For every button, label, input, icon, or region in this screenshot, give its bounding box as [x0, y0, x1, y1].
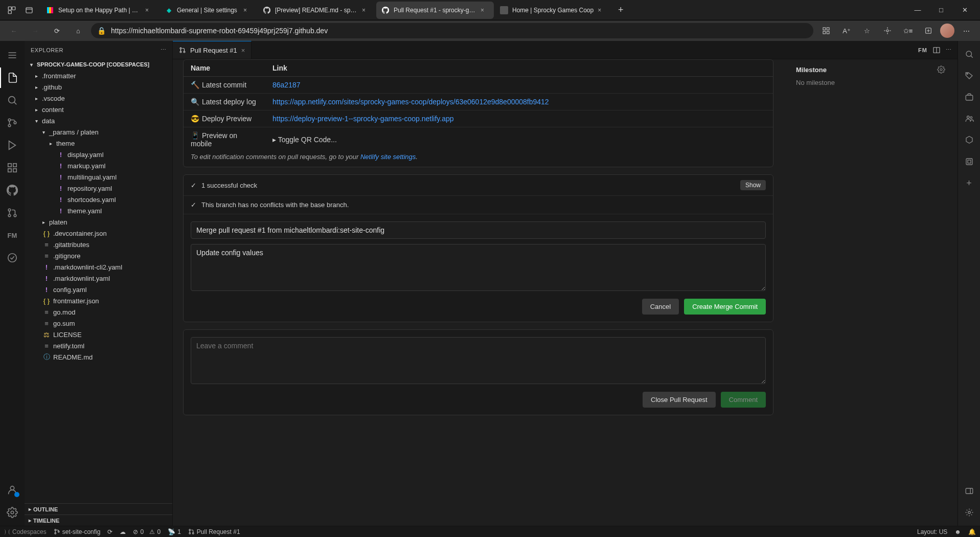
- plus-side-icon[interactable]: +: [958, 174, 981, 192]
- new-tab-button[interactable]: +: [612, 2, 629, 19]
- tree-item[interactable]: ≡.gitignore: [25, 250, 172, 261]
- home-button[interactable]: ⌂: [70, 22, 87, 39]
- sb-branch[interactable]: set-site-config: [54, 528, 101, 535]
- sb-codespaces[interactable]: ⟯⟮Codespaces: [4, 528, 47, 535]
- tree-item[interactable]: !markup.yaml: [25, 160, 172, 171]
- sb-bell-icon[interactable]: 🔔: [968, 528, 976, 535]
- close-icon[interactable]: ×: [481, 7, 489, 14]
- panel-side-icon[interactable]: [958, 482, 981, 500]
- split-editor-icon[interactable]: [932, 46, 941, 54]
- sb-cloud[interactable]: ☁: [120, 528, 126, 535]
- tree-item[interactable]: !display.yaml: [25, 149, 172, 160]
- create-merge-button[interactable]: Create Merge Commit: [684, 299, 766, 315]
- tree-item[interactable]: ⓘREADME.md: [25, 351, 172, 363]
- accounts-icon[interactable]: [0, 480, 25, 500]
- url-field[interactable]: 🔒 https://michaeltlombardi-supreme-robot…: [91, 23, 813, 38]
- tree-item[interactable]: ▸.vscode: [25, 93, 172, 104]
- row-link[interactable]: 86a2187: [272, 81, 301, 89]
- tree-item[interactable]: !shortcodes.yaml: [25, 194, 172, 205]
- tree-item[interactable]: ▸.github: [25, 81, 172, 93]
- tab-actions-icon[interactable]: [20, 2, 38, 19]
- fm-action-icon[interactable]: FM: [918, 47, 927, 53]
- extensions-activity-icon[interactable]: [0, 158, 25, 178]
- merge-title-input[interactable]: [191, 221, 766, 239]
- close-window-icon[interactable]: ✕: [958, 6, 972, 14]
- reading-icon[interactable]: A⁺: [838, 22, 855, 39]
- close-icon[interactable]: ×: [243, 7, 252, 14]
- tab-pull-request[interactable]: Pull Request #1 - sprocky-games ×: [376, 2, 494, 19]
- tree-item[interactable]: !config.yaml: [25, 284, 172, 295]
- tree-item[interactable]: !multilingual.yaml: [25, 171, 172, 183]
- outline-section[interactable]: ▸OUTLINE: [25, 503, 172, 514]
- briefcase-side-icon[interactable]: [958, 88, 981, 106]
- explorer-icon[interactable]: [0, 68, 25, 88]
- row-link[interactable]: https://app.netlify.com/sites/sprocky-ga…: [272, 98, 549, 106]
- comment-button[interactable]: Comment: [721, 392, 766, 408]
- sb-problems[interactable]: ⊘0 ⚠0: [133, 528, 161, 535]
- close-icon[interactable]: ×: [145, 7, 153, 14]
- cancel-button[interactable]: Cancel: [642, 299, 679, 315]
- tree-item[interactable]: ▸content: [25, 104, 172, 115]
- tree-item[interactable]: ≡netlify.toml: [25, 340, 172, 351]
- sb-sync[interactable]: ⟳: [107, 528, 112, 535]
- sb-ports[interactable]: 📡1: [168, 528, 181, 535]
- back-button[interactable]: ←: [5, 22, 22, 39]
- close-icon[interactable]: ×: [362, 7, 370, 14]
- tree-root[interactable]: ▾ SPROCKY-GAMES-COOP [CODESPACES]: [25, 59, 172, 70]
- show-button[interactable]: Show: [740, 180, 766, 190]
- profile-avatar[interactable]: [940, 24, 954, 38]
- tree-item[interactable]: ▸theme: [25, 138, 172, 149]
- tab-netlify[interactable]: ◆ General | Site settings ×: [159, 2, 257, 19]
- source-control-icon[interactable]: [0, 113, 25, 133]
- tree-item[interactable]: !.markdownlint.yaml: [25, 273, 172, 284]
- favorites-bar-icon[interactable]: ✩≡: [899, 22, 917, 39]
- refresh-button[interactable]: ⟳: [48, 22, 65, 39]
- favorite-icon[interactable]: ☆: [858, 22, 876, 39]
- tree-item[interactable]: ▾data: [25, 115, 172, 126]
- workspaces-icon[interactable]: [3, 2, 20, 19]
- tag-side-icon[interactable]: [958, 66, 981, 85]
- sb-pr[interactable]: Pull Request #1: [188, 528, 240, 535]
- office-side-icon[interactable]: [958, 152, 981, 171]
- editor-tab-pr[interactable]: Pull Request #1 ×: [173, 41, 252, 59]
- tree-item[interactable]: !repository.yaml: [25, 183, 172, 194]
- tree-item[interactable]: ▸platen: [25, 216, 172, 228]
- row-link[interactable]: https://deploy-preview-1--sprocky-games-…: [272, 115, 454, 123]
- tab-preview-readme[interactable]: [Preview] README.md - sprocky ×: [258, 2, 375, 19]
- sb-feedback-icon[interactable]: ☻: [954, 528, 961, 535]
- close-icon[interactable]: ×: [598, 7, 606, 14]
- search-icon[interactable]: [0, 90, 25, 110]
- merge-body-input[interactable]: Update config values: [191, 244, 766, 291]
- tab-platen[interactable]: Setup on the Happy Path | Platen ×: [41, 2, 158, 19]
- tree-item[interactable]: ▸.frontmatter: [25, 70, 172, 81]
- minimize-icon[interactable]: ―: [910, 6, 925, 14]
- tree-item[interactable]: ⚖LICENSE: [25, 329, 172, 340]
- tab-home[interactable]: Home | Sprocky Games Coop ×: [495, 2, 611, 19]
- extensions-icon[interactable]: [879, 22, 896, 39]
- app-mode-icon[interactable]: [817, 22, 835, 39]
- hex-side-icon[interactable]: [958, 131, 981, 149]
- more-editor-icon[interactable]: ⋯: [946, 47, 951, 53]
- pull-requests-icon[interactable]: [0, 203, 25, 223]
- liveshare-icon[interactable]: [0, 248, 25, 268]
- tree-item[interactable]: !theme.yaml: [25, 205, 172, 216]
- sb-layout[interactable]: Layout: US: [917, 528, 947, 535]
- settings-gear-icon[interactable]: [0, 502, 25, 523]
- timeline-section[interactable]: ▸TIMELINE: [25, 514, 172, 526]
- gear-side-icon[interactable]: [958, 503, 981, 522]
- github-activity-icon[interactable]: [0, 180, 25, 200]
- forward-button[interactable]: →: [27, 22, 44, 39]
- close-pr-button[interactable]: Close Pull Request: [643, 392, 716, 408]
- search-side-icon[interactable]: [958, 45, 981, 63]
- run-debug-icon[interactable]: [0, 135, 25, 155]
- tree-item[interactable]: ≡.gitattributes: [25, 239, 172, 250]
- tree-item[interactable]: ≡go.mod: [25, 306, 172, 318]
- collections-icon[interactable]: [920, 22, 937, 39]
- menu-icon[interactable]: [0, 45, 25, 65]
- tree-item[interactable]: { }frontmatter.json: [25, 295, 172, 306]
- toggle-qr[interactable]: ▸ Toggle QR Code...: [272, 136, 337, 144]
- footnote-link[interactable]: Netlify site settings: [360, 153, 416, 161]
- tree-item[interactable]: ▾_params / platen: [25, 126, 172, 138]
- fm-icon[interactable]: FM: [0, 225, 25, 245]
- gear-icon[interactable]: [937, 65, 945, 74]
